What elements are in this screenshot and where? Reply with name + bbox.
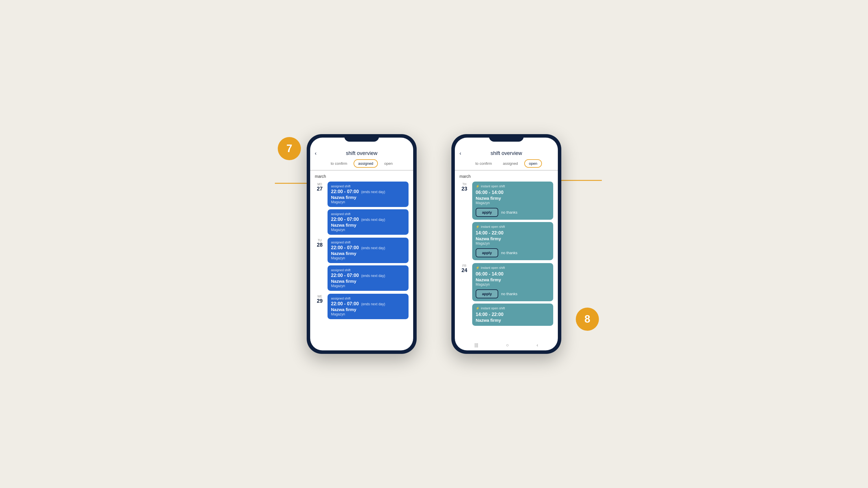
bolt-icon: ⚡ (476, 306, 480, 310)
shift-actions: apply no thanks (476, 208, 550, 217)
shift-card[interactable]: assigned shift 22:00 - 07:00 (ends next … (328, 182, 408, 207)
nav-back-icon[interactable]: ‹ (537, 343, 538, 348)
tab-to-confirm-phone2[interactable]: to confirm (471, 159, 496, 168)
phone1-tab-bar: to confirm assigned open (310, 158, 413, 170)
phone2-day-col-23: TH 23 (460, 182, 469, 260)
phone2-day-23: TH 23 ⚡ instant open shift 06:00 - 14:00… (460, 182, 553, 260)
tab-to-confirm-phone1[interactable]: to confirm (326, 159, 352, 168)
no-thanks-button[interactable]: no thanks (501, 210, 517, 215)
phone1-scroll-content: march MO 27 assigned shift 22:00 - 07:00 (310, 172, 413, 351)
phone2-shifts-24: ⚡ instant open shift 06:00 - 14:00 Nazwa… (472, 263, 553, 326)
phone2-bottom-nav: ||| ○ ‹ (455, 340, 558, 350)
bolt-icon: ⚡ (476, 225, 480, 229)
phone1-day-col-27: MO 27 (315, 182, 324, 235)
tab-open-phone1[interactable]: open (380, 159, 397, 168)
phone1-day-27: MO 27 assigned shift 22:00 - 07:00 (ends… (315, 182, 408, 235)
phone2-shifts-23: ⚡ instant open shift 06:00 - 14:00 Nazwa… (472, 182, 553, 260)
shift-card[interactable]: assigned shift 22:00 - 07:00 (ends next … (328, 294, 408, 319)
phone1: ‹ shift overview to confirm assigned ope… (307, 134, 416, 354)
phone2-wrapper: 8 ‹ shift overview to confirm assigned o… (452, 134, 561, 354)
phone2-day-24: FR 24 ⚡ instant open shift 06:00 - 14:00… (460, 263, 553, 326)
annotation-arrow-8 (556, 172, 608, 189)
phone2-app-header: ‹ shift overview (455, 148, 558, 158)
phone1-tab-divider (310, 170, 413, 170)
open-shift-card-partial[interactable]: ⚡ instant open shift 14:00 - 22:00 Nazwa… (472, 303, 553, 326)
phone1-notch (344, 134, 379, 142)
no-thanks-button[interactable]: no thanks (501, 251, 517, 255)
shift-card[interactable]: assigned shift 22:00 - 07:00 (ends next … (328, 238, 408, 263)
apply-button[interactable]: apply (476, 248, 498, 257)
phone2: ‹ shift overview to confirm assigned ope… (452, 134, 561, 354)
no-thanks-button[interactable]: no thanks (501, 292, 517, 296)
open-shift-card[interactable]: ⚡ instant open shift 06:00 - 14:00 Nazwa… (472, 263, 553, 301)
phone1-header-title: shift overview (346, 150, 377, 156)
phone1-screen: ‹ shift overview to confirm assigned ope… (310, 138, 413, 350)
phone1-back-button[interactable]: ‹ (315, 150, 316, 156)
nav-menu-icon[interactable]: ||| (474, 343, 478, 348)
phone1-month-label: march (315, 174, 408, 178)
phone1-day-29: WE 29 assigned shift 22:00 - 07:00 (ends… (315, 294, 408, 319)
tab-assigned-phone1[interactable]: assigned (353, 159, 378, 168)
phone2-screen: ‹ shift overview to confirm assigned ope… (455, 138, 558, 350)
shift-card[interactable]: assigned shift 22:00 - 07:00 (ends next … (328, 265, 408, 291)
tab-open-phone2[interactable]: open (524, 159, 542, 168)
annotation-bubble-8: 8 (576, 307, 599, 331)
phone1-day-col-28: TU 28 (315, 238, 324, 291)
phone2-tab-divider (455, 170, 558, 170)
shift-actions: apply no thanks (476, 289, 550, 298)
open-shift-card[interactable]: ⚡ instant open shift 06:00 - 14:00 Nazwa… (472, 182, 553, 220)
phone1-shifts-29: assigned shift 22:00 - 07:00 (ends next … (328, 294, 408, 319)
phone2-header-title: shift overview (490, 150, 522, 156)
phone2-scroll-content: march TH 23 ⚡ instant open shift (455, 172, 558, 340)
shift-actions: apply no thanks (476, 248, 550, 257)
phone1-day-28: TU 28 assigned shift 22:00 - 07:00 (ends… (315, 238, 408, 291)
phone2-notch (489, 134, 524, 142)
phone1-shifts-28: assigned shift 22:00 - 07:00 (ends next … (328, 238, 408, 291)
apply-button[interactable]: apply (476, 208, 498, 217)
phone1-day-col-29: WE 29 (315, 294, 324, 319)
phone1-app-header: ‹ shift overview (310, 148, 413, 158)
annotation-bubble-7: 7 (278, 137, 301, 160)
phone1-wrapper: 7 ‹ shift overview to confirm assigne (307, 134, 416, 354)
bolt-icon: ⚡ (476, 185, 480, 188)
phone2-tab-bar: to confirm assigned open (455, 158, 558, 170)
phone1-shifts-27: assigned shift 22:00 - 07:00 (ends next … (328, 182, 408, 235)
bolt-icon: ⚡ (476, 266, 480, 270)
tab-assigned-phone2[interactable]: assigned (498, 159, 523, 168)
open-shift-card[interactable]: ⚡ instant open shift 14:00 - 22:00 Nazwa… (472, 222, 553, 260)
phone2-month-label: march (460, 174, 553, 178)
phone2-day-col-24: FR 24 (460, 263, 469, 326)
nav-home-icon[interactable]: ○ (506, 343, 509, 348)
apply-button[interactable]: apply (476, 289, 498, 298)
shift-card[interactable]: assigned shift 22:00 - 07:00 (ends next … (328, 209, 408, 235)
phone2-back-button[interactable]: ‹ (460, 150, 461, 156)
